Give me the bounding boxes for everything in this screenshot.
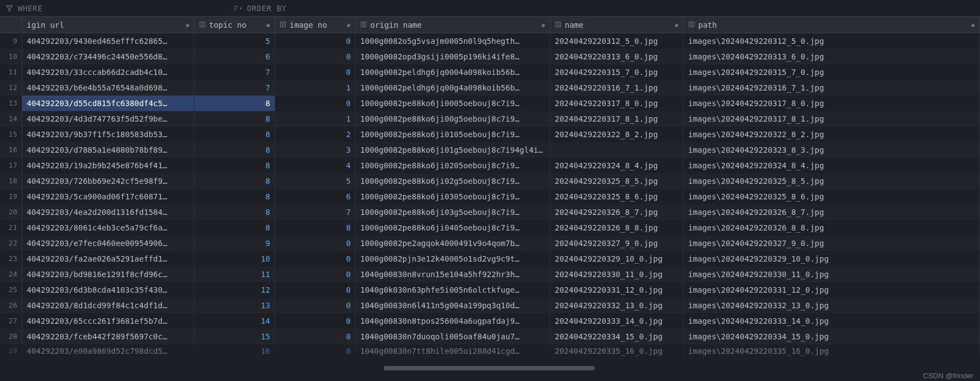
table-row[interactable]: 14404292203/4d3d747763f5d52f9be…811000g0… bbox=[0, 111, 980, 127]
table-cell[interactable]: 8 bbox=[195, 96, 275, 111]
table-cell[interactable]: 20240429220322_8_2.jpg bbox=[550, 127, 684, 142]
table-row[interactable]: 28404292203/fceb442f289f5697c0c…1501040g… bbox=[0, 329, 980, 344]
table-cell[interactable]: 404292203/8061c4eb3ce5a79cf6a… bbox=[22, 220, 195, 235]
row-number[interactable]: 11 bbox=[0, 64, 22, 80]
table-cell[interactable]: 1000g0082pe88ko6ji0005oebouj8c7i9… bbox=[356, 96, 550, 111]
table-cell[interactable]: 15 bbox=[195, 329, 275, 344]
table-cell[interactable]: 404292203/19a2b9b245e876b4f41… bbox=[22, 158, 195, 173]
table-cell[interactable]: images\20240429220326_8_8.jpg bbox=[684, 220, 980, 235]
row-number[interactable]: 9 bbox=[0, 33, 22, 49]
table-cell[interactable]: 404292203/bd9816e1291f8cfd96c… bbox=[22, 267, 195, 282]
table-cell[interactable]: 20240429220325_8_5.jpg bbox=[550, 173, 684, 189]
table-cell[interactable]: 404292203/c734496c24450e556d8… bbox=[22, 49, 195, 64]
row-number[interactable]: 29 bbox=[0, 344, 22, 358]
sort-toggle-icon[interactable]: ◆ bbox=[186, 21, 190, 29]
table-cell[interactable]: 0 bbox=[275, 251, 356, 267]
table-cell[interactable]: 0 bbox=[275, 282, 356, 298]
table-cell[interactable]: 0 bbox=[275, 298, 356, 313]
table-row[interactable]: 25404292203/6d3b8cda4103c35f430…1201040g… bbox=[0, 282, 980, 298]
table-cell[interactable]: 20240429220315_7_0.jpg bbox=[550, 64, 684, 80]
table-cell[interactable]: 404292203/9430ed465efffc62865… bbox=[22, 33, 195, 49]
table-cell[interactable]: images\20240429220332_13_0.jpg bbox=[684, 298, 980, 313]
table-row[interactable]: 27404292203/65ccc261f3681ef5b7d…1401040g… bbox=[0, 313, 980, 329]
column-header-name[interactable]: name ◆ bbox=[550, 17, 684, 33]
table-cell[interactable]: images\20240429220324_8_4.jpg bbox=[684, 158, 980, 173]
table-cell[interactable]: 1000g0082pe88ko6ji03g5oebouj8c7i9… bbox=[356, 204, 550, 220]
row-number[interactable]: 13 bbox=[0, 96, 22, 111]
table-cell[interactable]: images\20240429220323_8_3.jpg bbox=[684, 142, 980, 158]
horizontal-scrollbar[interactable] bbox=[0, 365, 980, 371]
table-row[interactable]: 11404292203/33cccab66d2cadb4c10…701000g0… bbox=[0, 64, 980, 80]
table-cell[interactable]: images\20240429220312_5_0.jpg bbox=[684, 33, 980, 49]
row-number[interactable]: 10 bbox=[0, 49, 22, 64]
table-cell[interactable] bbox=[550, 142, 684, 158]
table-cell[interactable]: 1000g0082pe88ko6ji00g5oebouj8c7i9… bbox=[356, 111, 550, 127]
table-cell[interactable]: 8 bbox=[195, 173, 275, 189]
table-cell[interactable]: 8 bbox=[195, 111, 275, 127]
table-cell[interactable]: 1 bbox=[275, 80, 356, 96]
table-cell[interactable]: 4 bbox=[275, 158, 356, 173]
table-cell[interactable]: 20240429220317_8_1.jpg bbox=[550, 111, 684, 127]
table-row[interactable]: 29404292203/e00a9869d52c798dcd5…1601040g… bbox=[0, 344, 980, 358]
table-row[interactable]: 9404292203/9430ed465efffc62865…501000g00… bbox=[0, 33, 980, 49]
table-cell[interactable]: 404292203/726bb69e242cf5e98f9… bbox=[22, 173, 195, 189]
table-row[interactable]: 22404292203/e7fec0460ee00954906…901000g0… bbox=[0, 235, 980, 251]
table-cell[interactable]: 404292203/d7885a1e4880b78bf89… bbox=[22, 142, 195, 158]
table-cell[interactable]: 0 bbox=[275, 64, 356, 80]
table-cell[interactable]: images\20240429220330_11_0.jpg bbox=[684, 267, 980, 282]
table-row[interactable]: 19404292203/5ca900ad06f17c60871…861000g0… bbox=[0, 189, 980, 204]
table-row[interactable]: 12404292203/b6e4b55a76548a0d698…711000g0… bbox=[0, 80, 980, 96]
table-row[interactable]: 15404292203/9b37f1f5c180583db53…821000g0… bbox=[0, 127, 980, 142]
table-cell[interactable]: 20240429220326_8_7.jpg bbox=[550, 204, 684, 220]
table-cell[interactable]: images\20240429220313_6_0.jpg bbox=[684, 49, 980, 64]
table-cell[interactable]: 20240429220317_8_0.jpg bbox=[550, 96, 684, 111]
table-cell[interactable]: 1000g0082peldhg6jq00g4a098koib56b… bbox=[356, 80, 550, 96]
row-number[interactable]: 22 bbox=[0, 235, 22, 251]
table-cell[interactable]: 404292203/4d3d747763f5d52f9be… bbox=[22, 111, 195, 127]
table-cell[interactable]: 0 bbox=[275, 329, 356, 344]
table-cell[interactable]: 20240429220312_5_0.jpg bbox=[550, 33, 684, 49]
table-cell[interactable]: 20240429220333_14_0.jpg bbox=[550, 313, 684, 329]
row-number[interactable]: 26 bbox=[0, 298, 22, 313]
sort-toggle-icon[interactable]: ◆ bbox=[675, 21, 679, 29]
table-cell[interactable]: 1000g0082pe88ko6ji02g5oebouj8c7i9… bbox=[356, 173, 550, 189]
table-cell[interactable]: images\20240429220331_12_0.jpg bbox=[684, 282, 980, 298]
table-cell[interactable]: 20240429220331_12_0.jpg bbox=[550, 282, 684, 298]
table-row[interactable]: 16404292203/d7885a1e4880b78bf89…831000g0… bbox=[0, 142, 980, 158]
table-cell[interactable]: 1000g0082opd3gsiji0005p196ki4ife8… bbox=[356, 49, 550, 64]
table-cell[interactable]: 1040g00830n8vrun15e104a5hf922hr3h… bbox=[356, 267, 550, 282]
table-cell[interactable]: 404292203/fceb442f289f5697c0c… bbox=[22, 329, 195, 344]
table-cell[interactable]: 1000g0082o5g5vsajm0005n0l9q5hegth… bbox=[356, 33, 550, 49]
table-cell[interactable]: 8 bbox=[195, 127, 275, 142]
table-cell[interactable]: 1000g0082pe88ko6ji0205oebouj8c7i9… bbox=[356, 158, 550, 173]
table-cell[interactable]: 8 bbox=[195, 189, 275, 204]
sort-toggle-icon[interactable]: ◆ bbox=[971, 21, 975, 29]
row-number[interactable]: 17 bbox=[0, 158, 22, 173]
row-number[interactable]: 20 bbox=[0, 204, 22, 220]
table-cell[interactable]: images\20240429220317_8_0.jpg bbox=[684, 96, 980, 111]
table-cell[interactable]: 0 bbox=[275, 96, 356, 111]
table-cell[interactable]: 20240429220313_6_0.jpg bbox=[550, 49, 684, 64]
table-cell[interactable]: 8 bbox=[195, 220, 275, 235]
table-cell[interactable]: 1040g00830n7tt8hile005oi288d41cgd… bbox=[356, 344, 550, 358]
table-cell[interactable]: 0 bbox=[275, 33, 356, 49]
table-cell[interactable]: 1040g00830n8tpos256004a6ugpafdaj9… bbox=[356, 313, 550, 329]
table-cell[interactable]: 20240429220332_13_0.jpg bbox=[550, 298, 684, 313]
table-cell[interactable]: 404292203/e7fec0460ee00954906… bbox=[22, 235, 195, 251]
table-cell[interactable]: 5 bbox=[195, 33, 275, 49]
table-cell[interactable]: 20240429220329_10_0.jpg bbox=[550, 251, 684, 267]
table-cell[interactable]: 10 bbox=[195, 251, 275, 267]
table-cell[interactable]: 1040g00830n6l411n5g004a199pq3q10d… bbox=[356, 298, 550, 313]
table-cell[interactable]: 404292203/6d3b8cda4103c35f430… bbox=[22, 282, 195, 298]
table-cell[interactable]: images\20240429220334_15_0.jpg bbox=[684, 329, 980, 344]
row-number[interactable]: 16 bbox=[0, 142, 22, 158]
table-cell[interactable]: 1000g0082pjn3e12k40005o1sd2vg9c9t… bbox=[356, 251, 550, 267]
table-cell[interactable]: 1000g0082pe88ko6ji0305oebouj8c7i9… bbox=[356, 189, 550, 204]
table-cell[interactable]: 12 bbox=[195, 282, 275, 298]
row-number[interactable]: 12 bbox=[0, 80, 22, 96]
table-cell[interactable]: 8 bbox=[195, 204, 275, 220]
table-cell[interactable]: images\20240429220333_14_0.jpg bbox=[684, 313, 980, 329]
row-number[interactable]: 14 bbox=[0, 111, 22, 127]
table-cell[interactable]: 7 bbox=[195, 80, 275, 96]
table-cell[interactable]: 16 bbox=[195, 344, 275, 358]
